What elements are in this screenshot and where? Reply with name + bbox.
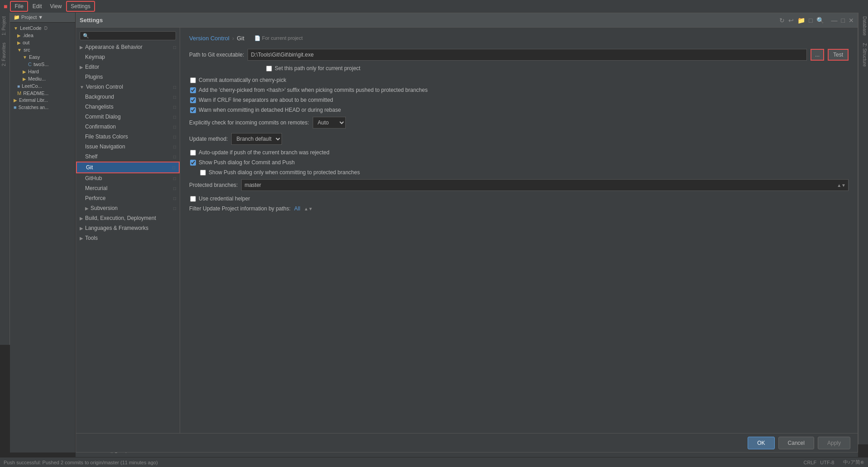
- tree-iml[interactable]: ■ LeetCo...: [10, 82, 75, 90]
- test-button[interactable]: Test: [828, 49, 849, 61]
- nav-subversion-label: Subversion: [91, 205, 118, 211]
- detached-checkbox[interactable]: [190, 107, 196, 113]
- breadcrumb-current: Git: [237, 35, 244, 42]
- ellipsis-button[interactable]: ...: [811, 49, 824, 61]
- settings-dialog: Settings ↻ ↩ 📁 □ 🔍 — □ ✕ ▶ Appearance & …: [76, 13, 858, 453]
- vtab-database[interactable]: Database: [858, 13, 868, 39]
- tree-external[interactable]: ▶ External Libr...: [10, 97, 75, 104]
- nav-keymap[interactable]: ▶ Keymap: [76, 52, 180, 62]
- tree-easy[interactable]: ▼ Easy: [10, 53, 75, 61]
- nav-search-input[interactable]: [80, 31, 176, 40]
- vtab-project[interactable]: 1: Project: [0, 13, 10, 39]
- credential-checkbox[interactable]: [190, 196, 196, 202]
- nav-expand-tools: ▶: [80, 236, 83, 241]
- filter-value[interactable]: All: [294, 205, 300, 212]
- tree-idea[interactable]: ▶ .idea: [10, 32, 75, 39]
- cherry-pick-checkbox[interactable]: [190, 87, 196, 93]
- dialog-undo-icon[interactable]: ↩: [788, 17, 794, 24]
- incoming-dropdown[interactable]: Auto Always Never: [313, 117, 346, 129]
- nav-issue-icon: □: [173, 144, 176, 149]
- auto-update-checkbox[interactable]: [190, 150, 196, 156]
- tree-leetcode-root[interactable]: ▼ LeetCode D: [10, 24, 75, 32]
- nav-perforce-label: Perforce: [85, 195, 105, 201]
- ok-button[interactable]: OK: [748, 437, 774, 449]
- nav-vc[interactable]: ▼ Version Control □: [76, 82, 180, 92]
- status-bar-right: CRLF UTF-8 中♪ア简⊕: [804, 459, 864, 466]
- path-input[interactable]: [248, 49, 807, 61]
- nav-perforce[interactable]: Perforce □: [76, 193, 180, 203]
- nav-expand-subversion: ▶: [85, 206, 89, 211]
- nav-appearance-label: Appearance & Behavior: [85, 44, 143, 50]
- folder-icon-out: ▶: [17, 40, 21, 45]
- nav-appearance[interactable]: ▶ Appearance & Behavior □: [76, 42, 180, 52]
- nav-file-status-icon: □: [173, 134, 176, 139]
- nav-vc-label: Version Control: [86, 84, 123, 90]
- dialog-minimize-icon[interactable]: —: [831, 17, 838, 24]
- nav-shelf[interactable]: Shelf □: [76, 152, 180, 162]
- nav-editor[interactable]: ▶ Editor: [76, 62, 180, 72]
- tree-scratches-label: Scratches an...: [19, 105, 49, 110]
- nav-plugins[interactable]: ▶ Plugins: [76, 72, 180, 82]
- tree-src[interactable]: ▼ src: [10, 46, 75, 53]
- dialog-search-icon[interactable]: 🔍: [816, 17, 824, 24]
- breadcrumb-arrow: ›: [232, 35, 234, 42]
- menu-settings[interactable]: Settings: [66, 1, 95, 12]
- tree-readme[interactable]: M README...: [10, 90, 75, 97]
- breadcrumb-project-icon: 📄: [254, 35, 261, 41]
- project-panel-header: 📁 Project ▼: [10, 13, 75, 23]
- show-push-checkbox[interactable]: [190, 160, 196, 166]
- nav-commit-dialog[interactable]: Commit Dialog □: [76, 112, 180, 122]
- tree-medium[interactable]: ▶ Mediu...: [10, 75, 75, 82]
- dialog-folder-icon[interactable]: 📁: [797, 17, 805, 24]
- nav-issue-nav[interactable]: Issue Navigation □: [76, 142, 180, 152]
- crlf-checkbox[interactable]: [190, 97, 196, 103]
- vtab-favorites[interactable]: 2: Favorites: [0, 39, 10, 70]
- nav-changelists[interactable]: Changelists □: [76, 102, 180, 112]
- set-path-checkbox[interactable]: [266, 66, 272, 71]
- apply-button[interactable]: Apply: [818, 437, 850, 449]
- tree-leetcode-label: LeetCode: [20, 25, 42, 31]
- tree-twosum[interactable]: C twoS...: [10, 61, 75, 68]
- path-row: Path to Git executable: ... Test: [189, 49, 849, 61]
- nav-confirmation[interactable]: Confirmation □: [76, 122, 180, 132]
- tree-hard[interactable]: ▶ Hard: [10, 68, 75, 75]
- vtab-structure[interactable]: Z: Structure: [858, 39, 868, 70]
- dialog-refresh-icon[interactable]: ↻: [779, 17, 785, 24]
- commit-auto-checkbox[interactable]: [190, 77, 196, 83]
- project-header-label: 📁 Project ▼: [14, 14, 43, 20]
- protected-branches-input[interactable]: [241, 179, 849, 191]
- folder-icon-src: ▼: [17, 48, 22, 52]
- nav-file-status[interactable]: File Status Colors □: [76, 132, 180, 142]
- nav-expand-appearance: ▶: [80, 45, 83, 50]
- tree-out[interactable]: ▶ out: [10, 39, 75, 46]
- update-method-label: Update method:: [189, 136, 228, 142]
- folder-icon-idea: ▶: [17, 33, 21, 38]
- dialog-settings-icon[interactable]: □: [809, 17, 812, 24]
- tree-readme-label: README...: [23, 91, 48, 96]
- nav-vc-icon: □: [173, 85, 176, 90]
- nav-git[interactable]: Git □: [76, 162, 180, 173]
- breadcrumb-parent[interactable]: Version Control: [189, 35, 229, 42]
- auto-update-row: Auto-update if push of the current branc…: [189, 149, 849, 156]
- crlf-label: Warn if CRLF line separators are about t…: [199, 97, 333, 103]
- dialog-titlebar: Settings ↻ ↩ 📁 □ 🔍 — □ ✕: [76, 13, 858, 28]
- nav-build[interactable]: ▶ Build, Execution, Deployment: [76, 213, 180, 223]
- nav-languages[interactable]: ▶ Languages & Frameworks: [76, 223, 180, 233]
- credential-label: Use credential helper: [199, 195, 250, 202]
- incoming-label: Explicitly check for incoming commits on…: [189, 119, 309, 126]
- menu-view[interactable]: View: [47, 2, 66, 11]
- dialog-close-icon[interactable]: ✕: [849, 17, 854, 24]
- dialog-maximize-icon[interactable]: □: [841, 17, 845, 24]
- tree-scratches[interactable]: ■ Scratches an...: [10, 104, 75, 111]
- nav-background[interactable]: Background □: [76, 92, 180, 102]
- show-push-protected-checkbox[interactable]: [200, 170, 206, 176]
- cancel-button[interactable]: Cancel: [778, 437, 814, 449]
- nav-github[interactable]: GitHub □: [76, 173, 180, 183]
- nav-tools[interactable]: ▶ Tools: [76, 233, 180, 243]
- menu-file[interactable]: File: [10, 1, 28, 12]
- nav-subversion[interactable]: ▶ Subversion □: [76, 203, 180, 213]
- update-method-dropdown[interactable]: Branch default Merge Rebase: [231, 133, 282, 145]
- filter-label: Filter Update Project information by pat…: [189, 205, 291, 212]
- menu-edit[interactable]: Edit: [29, 2, 46, 11]
- nav-mercurial[interactable]: Mercurial □: [76, 183, 180, 193]
